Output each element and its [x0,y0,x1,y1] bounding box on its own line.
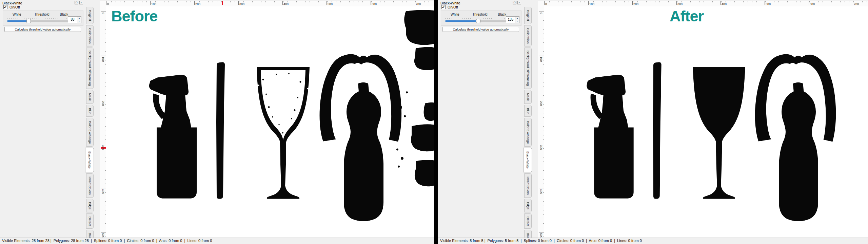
threshold-label: Threshold [472,13,487,16]
tab-invert-colors[interactable]: Invert Colors [524,173,532,198]
tab-detect[interactable]: Detect [86,213,94,229]
tab-strip: OriginalCalibrationBackground Differenci… [521,0,538,238]
wine-glass-silhouette [257,67,310,199]
calculate-threshold-button[interactable]: Calculate threshold value automatically [442,27,519,32]
blackwhite-panel: Black-White ❐ ✕ ✓ On/Off White Threshold… [0,0,83,33]
silhouette-scene [106,6,434,238]
close-icon[interactable]: ✕ [517,1,521,4]
onoff-row: ✓ On/Off [441,5,458,9]
spin-down-icon[interactable]: ▼ [515,20,519,23]
onoff-label: On/Off [9,5,20,9]
float-icon[interactable]: ❐ [75,1,78,4]
tab-edge[interactable]: Edge [86,199,94,212]
onoff-checkbox[interactable]: ✓ [441,5,446,9]
ruler-vertical: 0100200300400500 [100,6,106,238]
spray-bottle-silhouette [149,75,197,199]
tab-strip: OriginalCalibrationBackground Differenci… [83,0,100,238]
close-icon[interactable]: ✕ [79,1,83,4]
black-label: Black [60,13,68,16]
tab-mask[interactable]: Mask [524,90,532,104]
slider-labels: White Threshold Black [3,13,83,16]
threshold-slider[interactable] [445,20,508,22]
tab-original[interactable]: Original [524,7,532,24]
noise-artifacts [396,10,434,186]
slider-fill [7,20,29,22]
black-label: Black [498,13,506,16]
threshold-slider[interactable] [7,20,70,22]
spin-up-icon[interactable]: ▲ [515,17,519,20]
onoff-label: On/Off [448,5,458,9]
tab-blur[interactable]: Blur [86,105,94,117]
slider-tickmarks [7,18,70,19]
drawing-canvas[interactable]: After [544,6,868,238]
spin-down-icon[interactable]: ▼ [77,20,81,23]
silhouette-scene [544,6,868,238]
white-label: White [451,13,459,16]
status-bar: Visible Elements: 28 from 28 | Polygons:… [0,238,434,244]
slider-handle[interactable] [26,19,31,23]
before-label: Before [111,7,158,25]
float-icon[interactable]: ❐ [513,1,516,4]
wine-glass-silhouette [693,67,745,199]
panel-window-controls: ❐ ✕ [513,1,521,4]
ruler-horizontal: 0100200300400500600700 [538,1,868,6]
threshold-spinbox[interactable]: 88 ▲ ▼ [68,16,81,23]
ramune-bottle-silhouette [779,82,818,221]
threshold-label: Threshold [34,13,49,16]
tab-calibration[interactable]: Calibration [86,25,94,46]
slider-handle[interactable] [476,19,480,23]
window-before: Black-White ❐ ✕ ✓ On/Off White Threshold… [0,0,434,244]
spray-bottle-silhouette [587,75,633,199]
ramune-bottle-silhouette [344,82,383,221]
tab-background-differencing[interactable]: Background Differencing [524,48,532,89]
tab-detect[interactable]: Detect [524,213,532,229]
spinner-arrows[interactable]: ▲ ▼ [515,17,519,23]
blackwhite-panel: Black-White ❐ ✕ ✓ On/Off White Threshold… [438,0,521,33]
tab-color-exchange[interactable]: Color Exchange [86,118,94,147]
slider-labels: White Threshold Black [441,13,521,16]
tab-color-exchange[interactable]: Color Exchange [524,118,532,147]
window-after: Black-White ❐ ✕ ✓ On/Off White Threshold… [438,0,868,244]
status-bar: Visible Elements: 5 from 5 | Polygons: 5… [438,238,868,244]
tab-black-white[interactable]: Black-White [523,148,532,172]
onoff-row: ✓ On/Off [3,5,20,9]
tab-invert-colors[interactable]: Invert Colors [86,173,94,198]
after-label: After [670,7,704,25]
white-label: White [13,13,21,16]
tab-background-differencing[interactable]: Background Differencing [86,48,94,89]
tab-edge[interactable]: Edge [524,199,532,212]
spinner-arrows[interactable]: ▲ ▼ [77,17,81,23]
threshold-groupbox: White Threshold Black 88 ▲ ▼ [3,11,83,26]
tab-blur[interactable]: Blur [524,105,532,117]
spin-up-icon[interactable]: ▲ [77,17,81,20]
tab-original[interactable]: Original [86,7,94,24]
panel-window-controls: ❐ ✕ [75,1,83,4]
calculate-threshold-button[interactable]: Calculate threshold value automatically [4,27,81,32]
slider-fill [445,20,478,22]
tab-calibration[interactable]: Calibration [524,25,532,46]
cursor-marker-horizontal [222,1,223,5]
tab-mask[interactable]: Mask [86,90,94,104]
ruler-horizontal: 0100200300400500600700 [100,1,434,6]
threshold-groupbox: White Threshold Black 135 ▲ ▼ [441,11,521,26]
threshold-spinbox[interactable]: 135 ▲ ▼ [506,16,519,23]
onoff-checkbox[interactable]: ✓ [3,5,7,9]
stick-silhouette [653,62,662,199]
stick-silhouette [216,62,225,199]
ruler-vertical: 0100200300400500 [538,6,544,238]
threshold-value[interactable]: 135 [506,17,515,23]
threshold-value[interactable]: 88 [68,17,77,23]
tab-black-white[interactable]: Black-White [85,148,94,172]
drawing-canvas[interactable]: Before [106,6,434,238]
